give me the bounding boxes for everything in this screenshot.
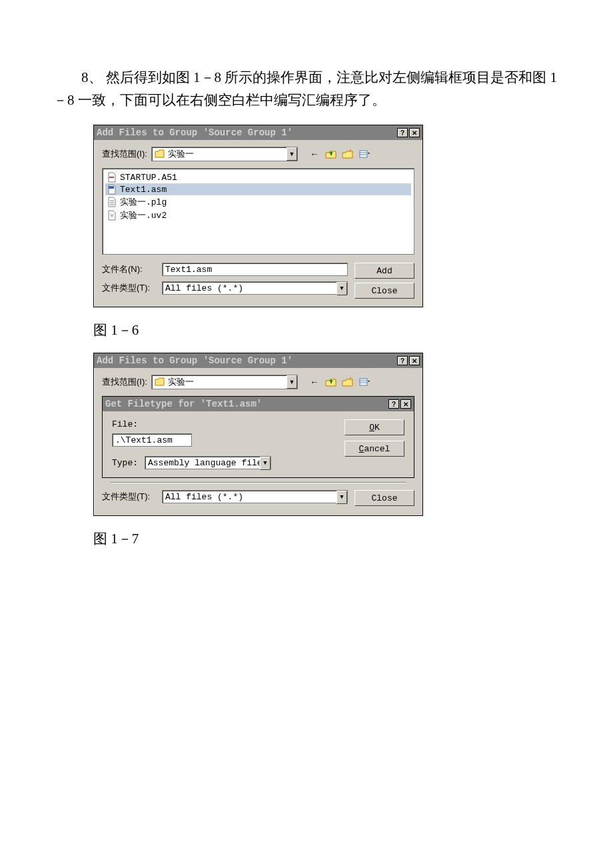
file-name: 实验一.uv2 (120, 209, 167, 221)
ok-button[interactable]: OK (344, 419, 404, 435)
titlebar-buttons: ? ✕ (397, 128, 420, 137)
back-icon[interactable]: ← (307, 375, 322, 389)
svg-rect-3 (109, 177, 114, 178)
file-icon (107, 197, 117, 207)
divider (110, 482, 406, 483)
help-button[interactable]: ? (388, 399, 399, 409)
file-name: 实验一.plg (120, 196, 167, 208)
figure-1-6: Add Files to Group 'Source Group 1' ? ✕ … (93, 125, 560, 307)
filetype-label: 文件类型(T): (102, 491, 162, 503)
list-item[interactable]: 实验一.plg (105, 195, 411, 209)
type-label: Type: (112, 458, 138, 468)
file-list[interactable]: STARTUP.A51 Text1.asm 实验一.plg (102, 168, 414, 255)
add-button[interactable]: Add (354, 263, 414, 279)
file-name: Text1.asm (120, 185, 167, 195)
chevron-down-icon[interactable]: ▼ (336, 282, 347, 295)
caption-1-6: 图 1－6 (93, 321, 560, 339)
folder-icon (155, 149, 165, 159)
lookin-value: 实验一 (168, 376, 194, 388)
dialog-title: Add Files to Group 'Source Group 1' (97, 355, 293, 366)
nav-toolbar: ← (307, 147, 372, 161)
titlebar: Get Filetype for 'Text1.asm' ? ✕ (103, 397, 414, 411)
file-icon (107, 184, 117, 195)
chevron-down-icon[interactable]: ▼ (260, 457, 271, 470)
folder-icon (155, 377, 165, 387)
up-folder-icon[interactable] (324, 375, 338, 389)
lookin-row: 查找范围(I): 实验一 ▼ ← (102, 375, 414, 389)
get-filetype-dialog: Get Filetype for 'Text1.asm' ? ✕ File: .… (102, 396, 414, 478)
caption-1-7: 图 1－7 (93, 529, 560, 548)
new-folder-icon[interactable] (340, 147, 355, 161)
dialog-title: Get Filetype for 'Text1.asm' (105, 399, 262, 409)
titlebar-buttons: ? ✕ (388, 399, 411, 409)
filetype-label: 文件类型(T): (102, 282, 162, 294)
chevron-down-icon[interactable]: ▼ (287, 375, 297, 389)
list-item[interactable]: Text1.asm (105, 183, 411, 195)
close-icon[interactable]: ✕ (400, 399, 411, 409)
paragraph-text: 8、 然后得到如图 1－8 所示的操作界面，注意比对左侧编辑框项目是否和图 1－… (53, 67, 560, 111)
lookin-row: 查找范围(I): 实验一 ▼ ← (102, 147, 414, 161)
nav-toolbar: ← (307, 375, 372, 389)
svg-rect-4 (109, 186, 114, 189)
file-icon (107, 172, 117, 183)
up-folder-icon[interactable] (324, 147, 338, 161)
file-field[interactable]: .\Text1.asm (112, 433, 192, 447)
list-item[interactable]: STARTUP.A51 (105, 171, 411, 183)
svg-rect-8 (360, 379, 367, 385)
dialog-title: Add Files to Group 'Source Group 1' (97, 127, 293, 138)
new-folder-icon[interactable] (340, 375, 355, 389)
help-button[interactable]: ? (397, 356, 408, 365)
back-icon[interactable]: ← (307, 147, 322, 161)
filename-input[interactable]: Text1.asm (162, 263, 348, 276)
titlebar: Add Files to Group 'Source Group 1' ? ✕ (94, 125, 422, 140)
list-item[interactable]: 实验一.uv2 (105, 209, 411, 222)
close-icon[interactable]: ✕ (409, 356, 420, 365)
lookin-label: 查找范围(I): (102, 376, 147, 388)
lookin-label: 查找范围(I): (102, 148, 147, 160)
lookin-select[interactable]: 实验一 ▼ (151, 375, 298, 389)
lookin-select[interactable]: 实验一 ▼ (151, 147, 298, 161)
lookin-value: 实验一 (168, 148, 194, 160)
close-button[interactable]: Close (354, 283, 414, 299)
view-menu-icon[interactable] (357, 147, 372, 161)
svg-rect-0 (360, 151, 367, 157)
titlebar: Add Files to Group 'Source Group 1' ? ✕ (94, 353, 422, 368)
type-select[interactable]: Assembly language file ▼ (145, 456, 271, 469)
titlebar-buttons: ? ✕ (397, 356, 420, 365)
close-button[interactable]: Close (354, 490, 414, 506)
file-name: STARTUP.A51 (120, 173, 177, 183)
close-icon[interactable]: ✕ (409, 128, 420, 137)
help-button[interactable]: ? (397, 128, 408, 137)
chevron-down-icon[interactable]: ▼ (287, 147, 297, 161)
cancel-button[interactable]: Cancel (344, 441, 404, 457)
chevron-down-icon[interactable]: ▼ (336, 491, 347, 504)
filetype-select[interactable]: All files (*.*) ▼ (162, 281, 348, 295)
filename-label: 文件名(N): (102, 263, 162, 275)
file-label: File: (112, 419, 335, 429)
filetype-select[interactable]: All files (*.*) ▼ (162, 490, 348, 503)
add-files-dialog-2: Add Files to Group 'Source Group 1' ? ✕ … (93, 353, 423, 516)
view-menu-icon[interactable] (357, 375, 372, 389)
figure-1-7: Add Files to Group 'Source Group 1' ? ✕ … (93, 353, 560, 516)
add-files-dialog: Add Files to Group 'Source Group 1' ? ✕ … (93, 125, 423, 307)
file-icon (107, 210, 117, 221)
